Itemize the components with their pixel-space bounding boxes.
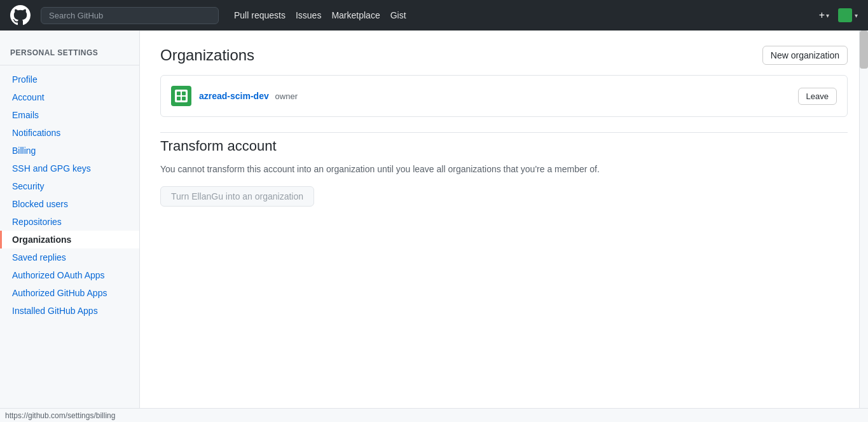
sidebar-item-notifications[interactable]: Notifications	[0, 124, 139, 142]
scrollbar-area[interactable]	[859, 31, 868, 408]
org-name-row: azread-scim-dev owner	[199, 91, 298, 101]
transform-section-title: Transform account	[160, 132, 848, 154]
sidebar-item-security[interactable]: Security	[0, 177, 139, 195]
sidebar: Personal settings Profile Account Emails…	[0, 31, 140, 422]
sidebar-item-profile[interactable]: Profile	[0, 71, 139, 88]
gist-link[interactable]: Gist	[390, 10, 406, 20]
new-organization-button[interactable]: New organization	[762, 46, 848, 65]
org-avatar-pixel-1	[177, 92, 181, 95]
plus-icon: +	[819, 10, 825, 21]
org-card: azread-scim-dev owner Leave	[160, 75, 848, 117]
sidebar-item-billing[interactable]: Billing	[0, 142, 139, 160]
user-avatar	[838, 8, 852, 22]
sidebar-item-account[interactable]: Account	[0, 88, 139, 106]
page-header: Organizations New organization	[160, 46, 848, 65]
org-avatar-pixel-4	[182, 97, 186, 100]
topnav: Pull requests Issues Marketplace Gist + …	[0, 0, 868, 31]
sidebar-item-oauth-apps[interactable]: Authorized OAuth Apps	[0, 266, 139, 284]
search-input[interactable]	[41, 7, 219, 24]
sidebar-divider	[0, 65, 139, 65]
sidebar-item-blocked[interactable]: Blocked users	[0, 195, 139, 213]
org-avatar-pixel-3	[177, 97, 181, 100]
sidebar-item-ssh-gpg[interactable]: SSH and GPG keys	[0, 160, 139, 177]
org-role-label: owner	[275, 92, 298, 101]
issues-link[interactable]: Issues	[296, 10, 321, 20]
sidebar-item-organizations[interactable]: Organizations	[0, 231, 139, 248]
topnav-links: Pull requests Issues Marketplace Gist	[234, 10, 406, 20]
sidebar-item-github-apps[interactable]: Authorized GitHub Apps	[0, 284, 139, 302]
sidebar-section-title: Personal settings	[0, 43, 139, 60]
sidebar-item-emails[interactable]: Emails	[0, 106, 139, 124]
sidebar-item-installed-apps[interactable]: Installed GitHub Apps	[0, 302, 139, 320]
main-content: Organizations New organization azread-sc…	[140, 31, 868, 422]
statusbar: https://github.com/settings/billing	[0, 408, 868, 422]
statusbar-url: https://github.com/settings/billing	[5, 411, 115, 420]
transform-section: Transform account You cannot transform t…	[160, 132, 848, 207]
avatar-caret-icon: ▾	[855, 12, 858, 19]
org-info: azread-scim-dev owner	[171, 86, 298, 106]
sidebar-item-repositories[interactable]: Repositories	[0, 213, 139, 231]
org-avatar	[171, 86, 191, 106]
marketplace-link[interactable]: Marketplace	[331, 10, 380, 20]
sidebar-item-saved-replies[interactable]: Saved replies	[0, 248, 139, 266]
layout: Personal settings Profile Account Emails…	[0, 31, 868, 422]
pull-requests-link[interactable]: Pull requests	[234, 10, 286, 20]
org-name-link[interactable]: azread-scim-dev	[199, 91, 269, 101]
page-title: Organizations	[160, 46, 254, 64]
new-item-button[interactable]: + ▾	[815, 7, 833, 24]
topnav-right: + ▾ ▾	[815, 7, 858, 24]
leave-org-button[interactable]: Leave	[798, 88, 837, 105]
plus-caret-icon: ▾	[826, 12, 829, 19]
org-avatar-inner	[175, 90, 188, 102]
transform-account-button: Turn EllanGu into an organization	[160, 186, 314, 207]
transform-description: You cannot transform this account into a…	[160, 162, 848, 176]
github-logo[interactable]	[10, 5, 31, 25]
scrollbar-thumb[interactable]	[860, 31, 868, 69]
org-avatar-pixel-2	[182, 92, 186, 95]
user-avatar-menu[interactable]: ▾	[838, 8, 858, 22]
